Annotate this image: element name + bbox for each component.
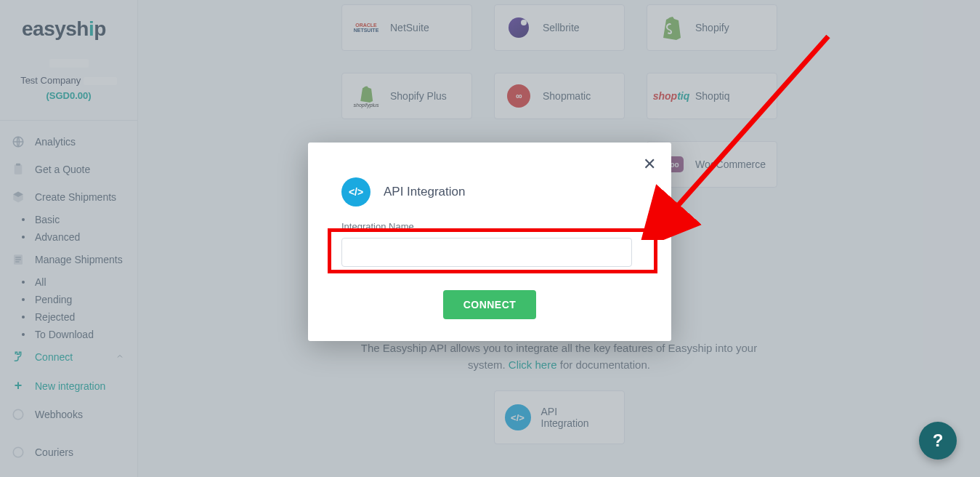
close-icon: ✕ — [643, 155, 656, 174]
modal-title: API Integration — [384, 185, 465, 199]
help-button[interactable]: ? — [919, 422, 957, 460]
connect-button[interactable]: CONNECT — [443, 290, 537, 319]
integration-name-input[interactable] — [341, 238, 632, 267]
help-icon: ? — [933, 430, 944, 451]
modal-header: </> API Integration — [341, 177, 638, 207]
api-icon: </> — [341, 177, 370, 207]
close-button[interactable]: ✕ — [639, 154, 660, 175]
api-integration-modal: ✕ </> API Integration Integration Name C… — [308, 143, 671, 341]
integration-name-label: Integration Name — [341, 221, 638, 232]
